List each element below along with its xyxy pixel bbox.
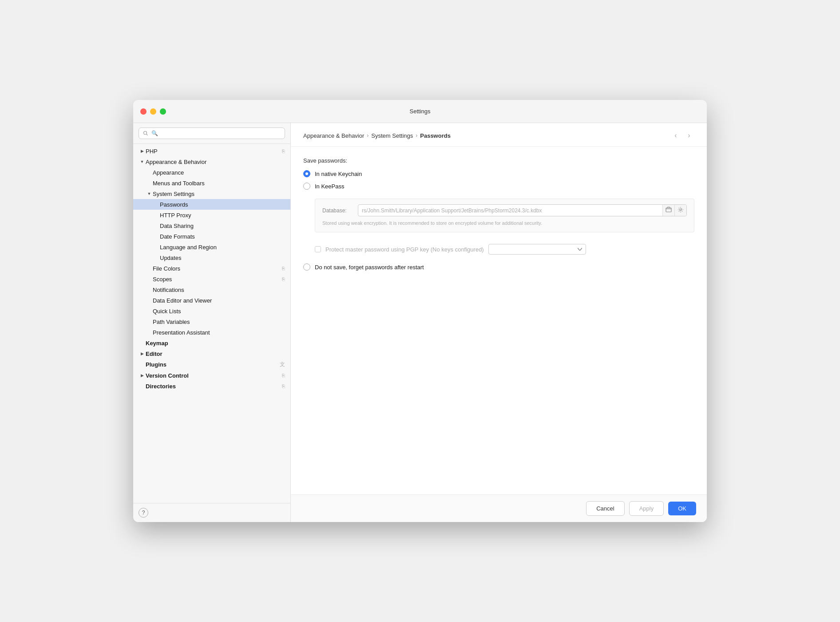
sidebar-item-label: Menus and Toolbars bbox=[153, 180, 285, 187]
maximize-button[interactable] bbox=[160, 108, 166, 115]
titlebar: Settings bbox=[133, 100, 707, 123]
window-controls bbox=[140, 108, 166, 115]
keepass-subsection: Database: bbox=[315, 199, 694, 232]
sidebar-item-file-colors[interactable]: File Colors ⎘ bbox=[133, 263, 290, 274]
sidebar-item-label: Passwords bbox=[160, 201, 285, 208]
database-hint: Stored using weak encryption. It is reco… bbox=[322, 220, 687, 227]
radio-native-label: In native Keychain bbox=[315, 171, 362, 177]
sidebar-item-directories[interactable]: Directories ⎘ bbox=[133, 381, 290, 391]
translate-icon: 文 bbox=[280, 361, 285, 368]
spacer bbox=[153, 233, 160, 240]
nav-back-button[interactable]: ‹ bbox=[670, 130, 681, 141]
spacer bbox=[153, 254, 160, 261]
pin-icon: ⎘ bbox=[282, 266, 285, 271]
sidebar-item-label: System Settings bbox=[153, 191, 285, 197]
search-input[interactable] bbox=[139, 128, 285, 139]
sidebar-item-system-settings[interactable]: ▼ System Settings bbox=[133, 188, 290, 199]
search-bar bbox=[133, 123, 290, 144]
radio-no-save[interactable]: Do not save, forget passwords after rest… bbox=[303, 263, 694, 271]
ok-button[interactable]: OK bbox=[668, 502, 696, 515]
pgp-select[interactable] bbox=[488, 244, 586, 255]
radio-native-keychain[interactable]: In native Keychain bbox=[303, 170, 694, 177]
sidebar-item-label: Presentation Assistant bbox=[153, 329, 285, 336]
sidebar-item-label: Data Sharing bbox=[160, 223, 285, 229]
sidebar-item-presentation-assistant[interactable]: Presentation Assistant bbox=[133, 327, 290, 338]
sidebar-footer: ? bbox=[133, 503, 290, 522]
pgp-label: Protect master password using PGP key (N… bbox=[325, 246, 484, 253]
cancel-button[interactable]: Cancel bbox=[586, 501, 624, 516]
database-label: Database: bbox=[322, 207, 353, 214]
breadcrumb-system-settings[interactable]: System Settings bbox=[371, 132, 413, 139]
breadcrumb-nav: ‹ › bbox=[670, 130, 694, 141]
sidebar-item-menus-toolbars[interactable]: Menus and Toolbars bbox=[133, 178, 290, 188]
spacer bbox=[153, 211, 160, 219]
radio-no-save-label: Do not save, forget passwords after rest… bbox=[315, 264, 424, 271]
spacer bbox=[146, 286, 153, 293]
sidebar-item-passwords[interactable]: Passwords bbox=[133, 199, 290, 210]
sidebar-item-label: Date Formats bbox=[160, 233, 285, 240]
sidebar-item-data-editor[interactable]: Data Editor and Viewer bbox=[133, 295, 290, 306]
sidebar-item-label: HTTP Proxy bbox=[160, 212, 285, 219]
sidebar-item-data-sharing[interactable]: Data Sharing bbox=[133, 220, 290, 231]
database-input[interactable] bbox=[358, 206, 662, 215]
help-button[interactable]: ? bbox=[139, 508, 148, 518]
pin-icon: ⎘ bbox=[282, 276, 285, 282]
sidebar-item-label: Plugins bbox=[146, 361, 280, 368]
sidebar-item-label: Notifications bbox=[153, 287, 285, 293]
sidebar-item-php[interactable]: ▶ PHP ⎘ bbox=[133, 146, 290, 156]
sidebar-item-language-region[interactable]: Language and Region bbox=[133, 242, 290, 252]
sidebar-item-http-proxy[interactable]: HTTP Proxy bbox=[133, 210, 290, 220]
sidebar-item-label: PHP bbox=[146, 148, 282, 155]
sidebar-item-label: Language and Region bbox=[160, 244, 285, 251]
breadcrumb: Appearance & Behavior › System Settings … bbox=[291, 123, 707, 147]
main-content: Appearance & Behavior › System Settings … bbox=[291, 123, 707, 522]
close-button[interactable] bbox=[140, 108, 147, 115]
content-area: ▶ PHP ⎘ ▼ Appearance & Behavior Appearan… bbox=[133, 123, 707, 522]
sidebar-item-editor[interactable]: ▶ Editor bbox=[133, 348, 290, 359]
minimize-button[interactable] bbox=[150, 108, 156, 115]
sidebar-item-notifications[interactable]: Notifications bbox=[133, 284, 290, 295]
sidebar-item-quick-lists[interactable]: Quick Lists bbox=[133, 306, 290, 316]
database-browse-button[interactable] bbox=[662, 205, 674, 216]
spacer bbox=[146, 169, 153, 176]
breadcrumb-separator: › bbox=[367, 132, 368, 139]
sidebar-item-label: Updates bbox=[160, 255, 285, 261]
spacer bbox=[146, 307, 153, 315]
apply-button[interactable]: Apply bbox=[629, 501, 664, 516]
breadcrumb-appearance-behavior[interactable]: Appearance & Behavior bbox=[303, 132, 364, 139]
svg-rect-0 bbox=[666, 208, 671, 212]
sidebar-item-appearance-behavior[interactable]: ▼ Appearance & Behavior bbox=[133, 156, 290, 167]
database-settings-button[interactable] bbox=[674, 205, 686, 216]
chevron-down-icon: ▼ bbox=[139, 158, 146, 165]
settings-window: Settings ▶ PHP ⎘ ▼ Appearance & Behavior bbox=[133, 100, 707, 522]
pin-icon: ⎘ bbox=[282, 148, 285, 154]
sidebar-item-appearance[interactable]: Appearance bbox=[133, 167, 290, 178]
sidebar-item-version-control[interactable]: ▶ Version Control ⎘ bbox=[133, 370, 290, 381]
sidebar-item-label: Scopes bbox=[153, 276, 282, 283]
radio-keepass-circle bbox=[303, 183, 310, 190]
sidebar-item-label: Keymap bbox=[146, 340, 285, 347]
spacer bbox=[139, 361, 146, 368]
sidebar-item-scopes[interactable]: Scopes ⎘ bbox=[133, 274, 290, 284]
sidebar-item-date-formats[interactable]: Date Formats bbox=[133, 231, 290, 242]
pgp-row: Protect master password using PGP key (N… bbox=[315, 244, 694, 255]
spacer bbox=[153, 201, 160, 208]
radio-keepass[interactable]: In KeePass bbox=[303, 183, 694, 190]
window-title: Settings bbox=[410, 108, 431, 115]
database-row: Database: bbox=[322, 204, 687, 216]
spacer bbox=[146, 179, 153, 187]
breadcrumb-separator: › bbox=[416, 132, 417, 139]
sidebar-item-keymap[interactable]: Keymap bbox=[133, 338, 290, 348]
sidebar-item-updates[interactable]: Updates bbox=[133, 252, 290, 263]
spacer bbox=[146, 275, 153, 283]
nav-forward-button[interactable]: › bbox=[684, 130, 694, 141]
sidebar-item-plugins[interactable]: Plugins 文 bbox=[133, 359, 290, 370]
pgp-checkbox[interactable] bbox=[315, 246, 321, 252]
spacer bbox=[146, 265, 153, 272]
sidebar-item-path-variables[interactable]: Path Variables bbox=[133, 316, 290, 327]
sidebar-item-label: Version Control bbox=[146, 372, 282, 379]
radio-no-save-circle bbox=[303, 263, 310, 271]
sidebar-item-label: Path Variables bbox=[153, 319, 285, 325]
spacer bbox=[153, 222, 160, 229]
chevron-down-icon: ▼ bbox=[146, 190, 153, 197]
